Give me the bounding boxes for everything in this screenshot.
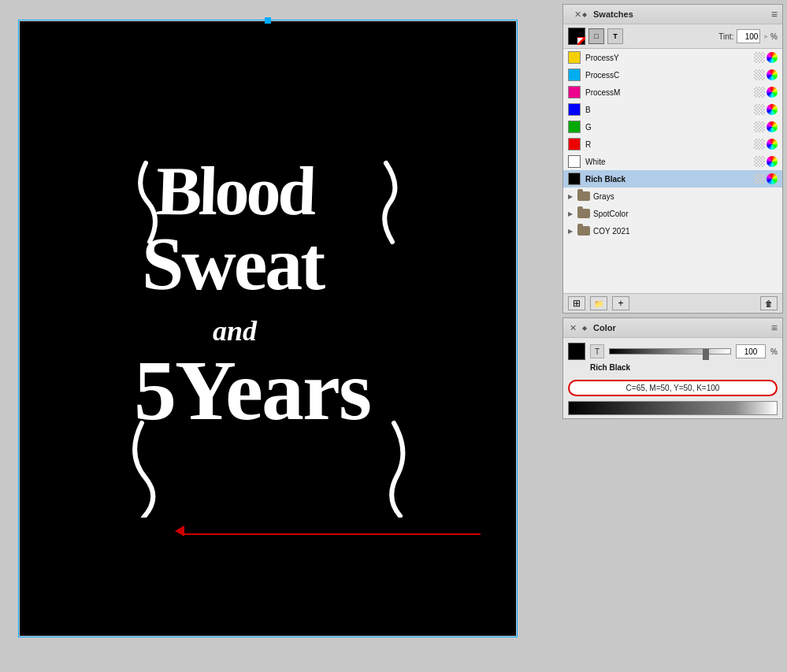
swatch-name-b: B bbox=[585, 106, 749, 114]
swatch-gamut-icon-m bbox=[767, 87, 778, 98]
color-panel-body: T % Rich Black bbox=[563, 338, 782, 380]
swatch-type-square[interactable]: □ bbox=[588, 28, 604, 44]
color-type-label: T bbox=[590, 344, 604, 358]
swatch-item-g[interactable]: G bbox=[563, 118, 782, 136]
swatch-name-white: White bbox=[585, 158, 749, 166]
swatch-process-icon-r bbox=[754, 139, 765, 150]
delete-swatch-btn[interactable]: 🗑 bbox=[760, 296, 778, 310]
swatch-name-g: G bbox=[585, 123, 749, 132]
selection-handle-top[interactable] bbox=[265, 17, 271, 24]
swatches-menu-icon[interactable]: ≡ bbox=[771, 8, 778, 20]
artboard-container: .typo-text { fill: white; } Blood Sweat … bbox=[20, 21, 516, 636]
swatch-gamut-icon-rb bbox=[767, 173, 778, 184]
folder-item-coy2021[interactable]: ▶ COY 2021 bbox=[563, 222, 782, 239]
swatch-item-rich-black[interactable]: Rich Black bbox=[563, 170, 782, 187]
swatch-color-processm bbox=[568, 86, 581, 98]
swatch-color-processc bbox=[568, 69, 581, 81]
tint-label: Tint: bbox=[718, 32, 733, 41]
artboard[interactable]: .typo-text { fill: white; } Blood Sweat … bbox=[20, 21, 516, 636]
svg-text:5Years: 5Years bbox=[134, 343, 370, 437]
add-to-swatches-btn[interactable]: + bbox=[612, 296, 629, 310]
typography-art: .typo-text { fill: white; } Blood Sweat … bbox=[118, 139, 418, 518]
folder-item-spotcolor[interactable]: ▶ SpotColor bbox=[563, 205, 782, 222]
swatch-name-r: R bbox=[585, 140, 749, 149]
swatch-process-icon-rb bbox=[754, 173, 765, 184]
color-slider-container[interactable] bbox=[609, 346, 731, 357]
color-panel-header: ✕ ◆ Color ≡ bbox=[563, 318, 782, 338]
swatch-icons-processy bbox=[754, 52, 778, 63]
color-expand-arrow[interactable]: ◆ bbox=[582, 325, 587, 332]
swatches-panel-title: Swatches bbox=[593, 9, 633, 19]
folder-chevron-coy: ▶ bbox=[568, 228, 573, 235]
swatch-name-processm: ProcessM bbox=[585, 88, 749, 97]
swatch-process-icon-c bbox=[754, 69, 765, 80]
swatch-color-white bbox=[568, 155, 581, 168]
swatches-expand-arrow[interactable]: ◆ bbox=[582, 11, 587, 18]
swatch-toolbar: □ T Tint: > % bbox=[563, 24, 782, 49]
cmyk-gradient-bar[interactable] bbox=[568, 401, 778, 415]
swatch-process-icon bbox=[754, 52, 765, 63]
folder-name-spot: SpotColor bbox=[593, 210, 778, 218]
swatches-close-btn[interactable]: ✕ bbox=[574, 9, 581, 20]
folder-icon-coy bbox=[577, 226, 590, 236]
color-current-swatch[interactable] bbox=[568, 343, 585, 360]
swatch-item-processy[interactable]: ProcessY bbox=[563, 49, 782, 66]
new-swatch-btn[interactable]: 📁 bbox=[590, 296, 607, 310]
color-percent-label: % bbox=[770, 347, 778, 356]
folder-item-grays[interactable]: ▶ Grays bbox=[563, 187, 782, 205]
svg-text:Sweat: Sweat bbox=[142, 221, 325, 306]
swatch-color-rich-black bbox=[568, 173, 581, 185]
swatch-item-white[interactable]: White bbox=[563, 153, 782, 170]
swatch-icons-rich-black bbox=[754, 173, 778, 184]
swatch-name-processc: ProcessC bbox=[585, 71, 749, 80]
folder-chevron-spot: ▶ bbox=[568, 210, 573, 217]
svg-text:and: and bbox=[213, 315, 258, 347]
color-panel-title: Color bbox=[593, 323, 616, 332]
swatch-color-r bbox=[568, 138, 581, 150]
swatch-item-processm[interactable]: ProcessM bbox=[563, 84, 782, 101]
color-value-input[interactable] bbox=[736, 344, 766, 358]
swatch-icons-b bbox=[754, 104, 778, 115]
color-menu-icon[interactable]: ≡ bbox=[771, 321, 778, 334]
swatch-gamut-icon-c bbox=[767, 69, 778, 80]
swatch-item-processc[interactable]: ProcessC bbox=[563, 66, 782, 84]
swatch-item-r[interactable]: R bbox=[563, 136, 782, 153]
swatch-item-b[interactable]: B bbox=[563, 101, 782, 118]
folder-icon-grays bbox=[577, 191, 590, 201]
swatch-icons-processc bbox=[754, 69, 778, 80]
swatch-gamut-icon-r bbox=[767, 139, 778, 150]
swatch-icons-processm bbox=[754, 87, 778, 98]
swatch-icons-r bbox=[754, 139, 778, 150]
swatch-process-icon-m bbox=[754, 87, 765, 98]
color-values-row: C=65, M=50, Y=50, K=100 bbox=[568, 380, 778, 396]
folder-chevron-grays: ▶ bbox=[568, 193, 573, 200]
current-swatch-color[interactable] bbox=[568, 28, 585, 45]
color-panel-close-btn[interactable]: ✕ bbox=[570, 323, 577, 333]
swatch-gamut-icon-white bbox=[767, 156, 778, 167]
swatches-bottom-bar: ⊞ 📁 + 🗑 bbox=[563, 293, 782, 313]
new-color-group-btn[interactable]: ⊞ bbox=[568, 296, 585, 310]
swatch-name-processy: ProcessY bbox=[585, 54, 749, 62]
tint-arrow[interactable]: > bbox=[763, 33, 767, 40]
swatch-gamut-icon-g bbox=[767, 121, 778, 132]
swatch-process-icon-b bbox=[754, 104, 765, 115]
swatch-color-b bbox=[568, 103, 581, 116]
swatch-process-icon-g bbox=[754, 121, 765, 132]
folder-name-grays: Grays bbox=[593, 192, 778, 201]
color-slider-track bbox=[609, 348, 731, 355]
swatch-gamut-icon bbox=[767, 52, 778, 63]
swatch-icons-g bbox=[754, 121, 778, 132]
canvas-area: .typo-text { fill: white; } Blood Sweat … bbox=[0, 0, 536, 672]
swatch-process-icon-white bbox=[754, 156, 765, 167]
color-name-row: Rich Black bbox=[568, 363, 778, 372]
folder-icon-spot bbox=[577, 209, 590, 218]
swatch-icons-white bbox=[754, 156, 778, 167]
swatches-panel: ✕ ◆ Swatches ≡ □ T Tint: > % bbox=[562, 4, 783, 314]
swatches-list[interactable]: ProcessY ProcessC ProcessM bbox=[563, 49, 782, 293]
tint-percent: % bbox=[770, 32, 778, 41]
swatch-gamut-icon-b bbox=[767, 104, 778, 115]
swatch-type-text[interactable]: T bbox=[607, 28, 623, 44]
color-slider-thumb[interactable] bbox=[703, 349, 709, 360]
folder-name-coy: COY 2021 bbox=[593, 227, 778, 236]
tint-input[interactable] bbox=[737, 29, 760, 43]
